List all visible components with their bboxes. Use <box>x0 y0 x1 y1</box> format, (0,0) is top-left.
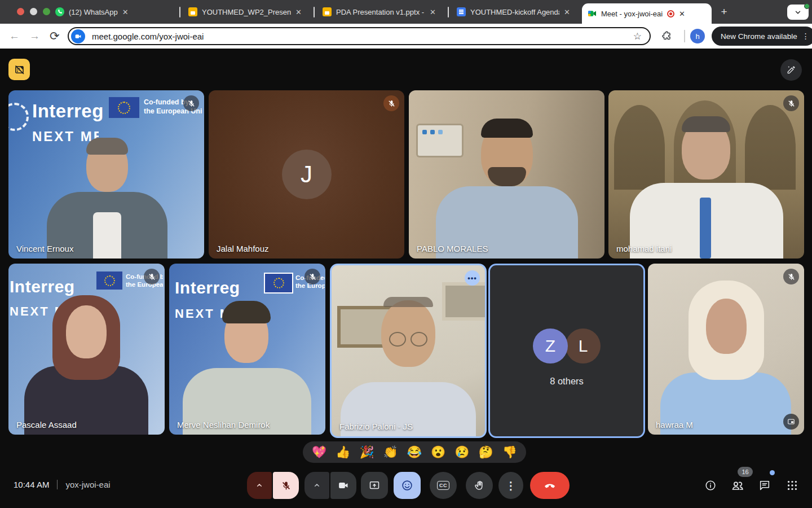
tab-whatsapp[interactable]: (12) WhatsApp ✕ <box>50 0 176 24</box>
participant-name: Jalal Mahfouz <box>217 244 269 253</box>
interreg-logo-icon <box>8 103 29 131</box>
tab-close-icon[interactable]: ✕ <box>679 10 685 18</box>
background-screen <box>418 125 462 156</box>
reaction-clap[interactable]: 👏 <box>383 445 398 459</box>
tab-separator <box>314 7 315 17</box>
annotate-pen-button[interactable] <box>780 59 802 81</box>
tab-label: (12) WhatsApp <box>69 8 118 16</box>
video-tile-mohamad-itani[interactable]: mohamad itani <box>608 90 804 259</box>
mic-muted-icon <box>144 269 160 284</box>
reactions-bar: 💖 👍 🎉 👏 😂 😮 😢 🤔 👎 <box>303 441 526 463</box>
tab-pda-presentation[interactable]: PDA Presentation v1.pptx - G ✕ <box>317 0 443 24</box>
reaction-thinking[interactable]: 🤔 <box>478 445 493 459</box>
video-tile-fabrizio-paloni[interactable]: ••• Fabrizio Paloni - JS <box>330 264 487 438</box>
avatar-l: L <box>566 329 601 364</box>
chat-notification-dot <box>770 470 775 475</box>
slides-icon <box>323 7 332 16</box>
reaction-heart[interactable]: 💖 <box>312 445 326 459</box>
tab-label: PDA Presentation v1.pptx - G <box>336 8 425 16</box>
url-text[interactable]: meet.google.com/yox-jwoi-eai <box>92 32 633 41</box>
new-tab-button[interactable]: + <box>717 5 731 19</box>
interreg-brand-text: Interreg <box>10 277 93 296</box>
glasses <box>389 332 406 347</box>
meeting-code: yox-jwoi-eai <box>65 480 110 489</box>
reload-button[interactable]: ⟳ <box>50 29 60 43</box>
video-tile-pascale-assaad[interactable]: Interreg Co-funded bythe European Union … <box>8 264 165 435</box>
reaction-cry[interactable]: 😢 <box>454 445 469 459</box>
cc-icon: CC <box>437 481 449 490</box>
meeting-details-button[interactable] <box>697 472 724 499</box>
participant-name: hawraa M <box>656 420 693 430</box>
interreg-brand-text: Interreg <box>175 278 240 297</box>
tab-kickoff-agenda[interactable]: YOUTHMED-kickoff Agenda- ✕ <box>451 0 577 24</box>
minimize-window-button[interactable] <box>30 8 37 15</box>
meet-icon <box>588 9 597 18</box>
bookmark-star-icon[interactable]: ☆ <box>633 30 642 42</box>
interreg-brand-text: Interreg <box>32 100 104 122</box>
reactions-button[interactable] <box>394 472 421 499</box>
participant-name: PABLO MORALES <box>417 244 488 253</box>
reaction-surprise[interactable]: 😮 <box>431 445 445 459</box>
tile-options-button[interactable]: ••• <box>465 270 480 286</box>
forward-button[interactable]: → <box>29 30 40 42</box>
browser-address-bar: ← → ⟳ meet.google.com/yox-jwoi-eai ☆ h N… <box>0 24 812 49</box>
video-tile-vincent-ernoux[interactable]: Interreg Co-funded bythe European Union … <box>8 90 204 259</box>
browser-tab-bar: (12) WhatsApp ✕ YOUTHMED_WP2_Presentati … <box>0 0 812 24</box>
video-tile-pablo-morales[interactable]: PABLO MORALES <box>409 90 604 259</box>
tab-label: YOUTHMED_WP2_Presentati <box>202 8 291 16</box>
video-tile-others[interactable]: ZL 8 others <box>488 264 645 438</box>
extensions-icon[interactable] <box>661 30 673 45</box>
picture-in-picture-button[interactable] <box>783 414 799 430</box>
beard <box>488 167 526 186</box>
url-bar[interactable]: meet.google.com/yox-jwoi-eai ☆ <box>68 27 651 45</box>
meet-camera-site-icon <box>71 29 85 43</box>
raise-hand-button[interactable] <box>466 472 493 499</box>
eu-flag-icon <box>264 273 293 294</box>
close-window-button[interactable] <box>17 8 24 15</box>
glasses <box>411 332 427 347</box>
present-screen-button[interactable] <box>361 472 388 499</box>
participant-name: mohamad itani <box>616 244 672 253</box>
video-tile-hawraa-m[interactable]: hawraa M <box>648 264 804 435</box>
camera-options-chevron[interactable] <box>304 472 329 499</box>
chat-panel-button[interactable] <box>751 472 778 499</box>
end-call-button[interactable] <box>530 472 570 499</box>
tab-close-icon[interactable]: ✕ <box>122 8 129 16</box>
others-count-label: 8 others <box>490 376 643 387</box>
chrome-update-button[interactable]: New Chrome available ⋮ <box>712 27 812 46</box>
participant-name: Merve Neslihan Demirok <box>177 420 270 430</box>
mic-muted-icon <box>183 95 199 111</box>
tab-close-icon[interactable]: ✕ <box>564 8 570 16</box>
more-vertical-icon: ⋮ <box>506 479 517 492</box>
mic-muted-icon <box>783 269 799 284</box>
profile-avatar[interactable]: h <box>690 29 705 43</box>
mic-mute-button[interactable] <box>273 472 299 499</box>
captions-button[interactable]: CC <box>430 472 457 499</box>
tiles-disabled-warning-badge[interactable] <box>8 59 30 80</box>
eu-flag-icon <box>96 271 122 290</box>
tab-separator <box>448 7 449 17</box>
camera-button[interactable] <box>330 472 356 499</box>
docs-icon <box>457 7 466 16</box>
tab-search-button[interactable] <box>787 5 809 20</box>
tab-separator <box>179 7 180 17</box>
tab-youthmed-wp2[interactable]: YOUTHMED_WP2_Presentati ✕ <box>183 0 309 24</box>
tab-close-icon[interactable]: ✕ <box>295 8 302 16</box>
tab-close-icon[interactable]: ✕ <box>430 8 436 16</box>
clock-time: 10:44 AM <box>14 480 49 489</box>
tab-meet-active[interactable]: Meet - yox-jwoi-eai ✕ <box>582 3 712 24</box>
video-tile-jalal-mahfouz[interactable]: J Jalal Mahfouz <box>209 90 404 259</box>
activities-button[interactable] <box>779 472 806 499</box>
reaction-thumbs-down[interactable]: 👎 <box>502 445 517 459</box>
participant-name: Fabrizio Paloni - JS <box>339 422 413 431</box>
more-options-button[interactable]: ⋮ <box>498 472 523 499</box>
slides-icon <box>188 7 197 16</box>
status-dot <box>804 3 810 9</box>
reaction-party[interactable]: 🎉 <box>359 445 374 459</box>
reaction-thumbs-up[interactable]: 👍 <box>336 445 350 459</box>
video-tile-merve-demirok[interactable]: Interreg Co-funded bythe European Union … <box>169 264 325 435</box>
update-menu-icon[interactable]: ⋮ <box>802 32 810 41</box>
reaction-laugh[interactable]: 😂 <box>407 445 422 459</box>
back-button[interactable]: ← <box>9 30 20 42</box>
mic-options-chevron[interactable] <box>247 472 272 499</box>
